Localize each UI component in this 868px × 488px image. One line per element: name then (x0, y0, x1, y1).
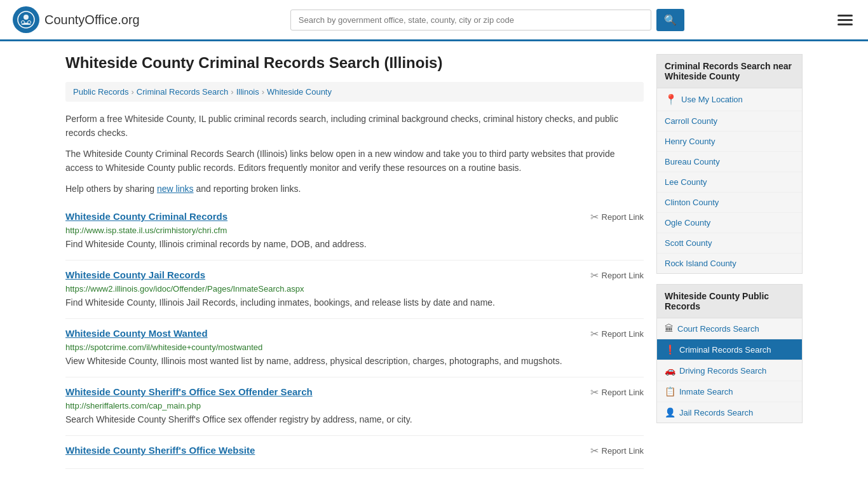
search-button[interactable]: 🔍 (656, 9, 684, 31)
report-link-2[interactable]: ✂ Report Link (590, 328, 644, 340)
content-area: Whiteside County Criminal Records Search… (65, 54, 644, 469)
report-icon-1: ✂ (590, 269, 599, 281)
logo-area: CountyOffice.org (13, 6, 140, 33)
public-record-icon-3: 📋 (665, 386, 675, 396)
report-link-4[interactable]: ✂ Report Link (590, 445, 644, 457)
search-bar-area: 🔍 (290, 9, 684, 31)
nearby-county-link-7[interactable]: Rock Island County (665, 259, 736, 268)
public-record-link-1[interactable]: Criminal Records Search (679, 345, 771, 355)
record-desc-3: Search Whiteside County Sheriff's Office… (65, 413, 644, 426)
nearby-county-item[interactable]: Rock Island County (657, 254, 802, 273)
record-title-3[interactable]: Whiteside County Sheriff's Office Sex Of… (65, 386, 313, 397)
nearby-county-item[interactable]: Carroll County (657, 111, 802, 132)
description-para2: The Whiteside County Criminal Records Se… (65, 147, 644, 175)
public-record-item[interactable]: 🏛Court Records Search (657, 318, 802, 339)
nearby-county-item[interactable]: Lee County (657, 172, 802, 193)
page-title: Whiteside County Criminal Records Search… (65, 54, 644, 72)
report-icon-4: ✂ (590, 445, 599, 457)
nearby-county-link-3[interactable]: Lee County (665, 177, 707, 187)
public-record-link-4[interactable]: Jail Records Search (679, 408, 753, 417)
record-title-1[interactable]: Whiteside County Jail Records (65, 269, 205, 280)
description-para1: Perform a free Whiteside County, IL publ… (65, 112, 644, 140)
record-url-0: http://www.isp.state.il.us/crimhistory/c… (65, 226, 644, 235)
public-record-item[interactable]: 🚗Driving Records Search (657, 360, 802, 381)
description-para3: Help others by sharing new links and rep… (65, 182, 644, 196)
nearby-county-item[interactable]: Scott County (657, 233, 802, 254)
svg-point-3 (28, 21, 31, 24)
public-record-link-0[interactable]: Court Records Search (677, 324, 759, 334)
report-link-3[interactable]: ✂ Report Link (590, 386, 644, 398)
nearby-county-item[interactable]: Bureau County (657, 152, 802, 172)
breadcrumb: Public Records › Criminal Records Search… (65, 82, 644, 102)
record-url-2: https://spotcrime.com/il/whiteside+count… (65, 342, 644, 352)
nearby-county-link-5[interactable]: Ogle County (665, 218, 710, 227)
public-record-link-3[interactable]: Inmate Search (679, 387, 733, 396)
report-icon-3: ✂ (590, 386, 599, 398)
public-record-icon-1: ❗ (665, 344, 675, 355)
public-record-icon-2: 🚗 (665, 365, 675, 376)
public-record-item[interactable]: 📋Inmate Search (657, 381, 802, 402)
record-item: Whiteside County Jail Records ✂ Report L… (65, 261, 644, 319)
report-icon-0: ✂ (590, 211, 599, 223)
records-list: Whiteside County Criminal Records ✂ Repo… (65, 202, 644, 469)
record-item: Whiteside County Most Wanted ✂ Report Li… (65, 319, 644, 377)
public-record-item[interactable]: ❗Criminal Records Search (657, 339, 802, 360)
breadcrumb-illinois[interactable]: Illinois (236, 87, 259, 97)
nearby-county-item[interactable]: Henry County (657, 132, 802, 152)
nearby-county-link-0[interactable]: Carroll County (665, 116, 717, 126)
report-link-1[interactable]: ✂ Report Link (590, 269, 644, 281)
nearby-counties-list: Carroll CountyHenry CountyBureau CountyL… (657, 111, 802, 273)
svg-point-1 (24, 15, 29, 20)
logo-text: CountyOffice.org (44, 13, 140, 27)
report-icon-2: ✂ (590, 328, 599, 340)
record-desc-2: View Whiteside County, Illinois most wan… (65, 355, 644, 368)
nearby-county-item[interactable]: Clinton County (657, 193, 802, 213)
breadcrumb-whiteside[interactable]: Whiteside County (267, 87, 332, 97)
nearby-section-title: Criminal Records Search near Whiteside C… (657, 55, 802, 88)
public-record-icon-4: 👤 (665, 407, 675, 417)
public-record-icon-0: 🏛 (665, 323, 674, 334)
header: CountyOffice.org 🔍 (0, 0, 868, 41)
public-record-item[interactable]: 👤Jail Records Search (657, 402, 802, 423)
record-item: Whiteside County Criminal Records ✂ Repo… (65, 202, 644, 261)
nearby-county-link-4[interactable]: Clinton County (665, 198, 719, 207)
nearby-county-link-1[interactable]: Henry County (665, 137, 715, 146)
nearby-county-item[interactable]: Ogle County (657, 213, 802, 233)
record-url-1: https://www2.illinois.gov/idoc/Offender/… (65, 284, 644, 294)
record-url-3: http://sheriffalerts.com/cap_main.php (65, 401, 644, 410)
public-record-link-2[interactable]: Driving Records Search (679, 366, 766, 376)
svg-point-2 (22, 21, 25, 24)
report-link-0[interactable]: ✂ Report Link (590, 211, 644, 223)
search-input[interactable] (290, 10, 651, 30)
public-records-section: Whiteside County Public Records 🏛Court R… (656, 284, 803, 423)
record-title-4[interactable]: Whiteside County Sheriff's Office Websit… (65, 445, 255, 456)
record-title-0[interactable]: Whiteside County Criminal Records (65, 211, 227, 222)
main-container: Whiteside County Criminal Records Search… (53, 41, 815, 482)
record-desc-1: Find Whiteside County, Illinois Jail Rec… (65, 296, 644, 309)
location-icon: 📍 (665, 93, 677, 105)
logo-icon (13, 6, 39, 33)
nearby-county-link-2[interactable]: Bureau County (665, 157, 720, 166)
sidebar: Criminal Records Search near Whiteside C… (656, 54, 803, 469)
nearby-county-link-6[interactable]: Scott County (665, 238, 712, 248)
use-location-item[interactable]: 📍 Use My Location (657, 88, 802, 111)
breadcrumb-criminal-records[interactable]: Criminal Records Search (137, 87, 229, 97)
menu-button[interactable] (835, 12, 855, 28)
breadcrumb-public-records[interactable]: Public Records (73, 87, 128, 97)
public-records-list: 🏛Court Records Search❗Criminal Records S… (657, 318, 802, 423)
record-title-2[interactable]: Whiteside County Most Wanted (65, 328, 208, 339)
record-item: Whiteside County Sheriff's Office Sex Of… (65, 377, 644, 436)
record-desc-0: Find Whiteside County, Illinois criminal… (65, 238, 644, 251)
nearby-section: Criminal Records Search near Whiteside C… (656, 54, 803, 274)
new-links-link[interactable]: new links (157, 184, 194, 194)
use-location-link[interactable]: Use My Location (681, 95, 743, 104)
public-records-title: Whiteside County Public Records (657, 285, 802, 318)
record-item: Whiteside County Sheriff's Office Websit… (65, 436, 644, 469)
